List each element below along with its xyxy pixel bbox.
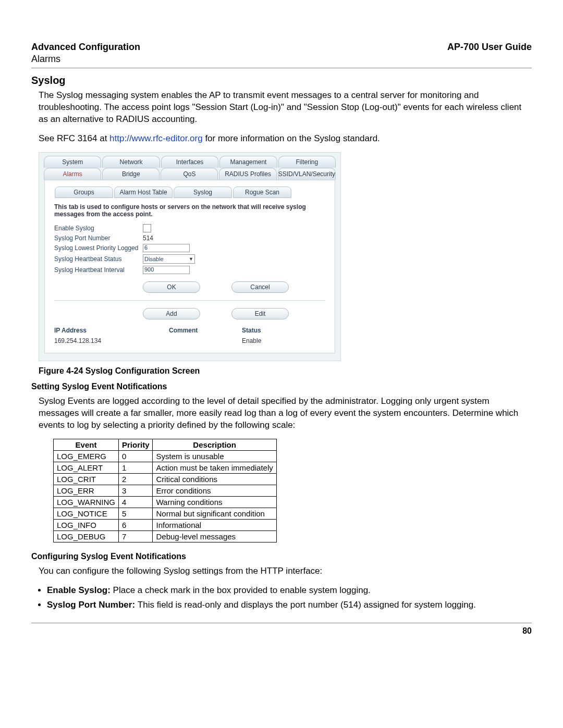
table-cell: LOG_EMERG: [54, 450, 119, 462]
cancel-button[interactable]: Cancel: [231, 281, 289, 293]
table-cell: 6: [118, 519, 153, 530]
table-cell: LOG_CRIT: [54, 473, 119, 485]
tab-qos[interactable]: QoS: [161, 168, 218, 180]
rfc-pre: See RFC 3164 at: [39, 133, 109, 143]
hostrow-status: Enable: [242, 337, 304, 344]
tab-bridge[interactable]: Bridge: [102, 168, 160, 180]
hosthdr-status: Status: [242, 327, 304, 334]
subhead-setting: Setting Syslog Event Notifications: [31, 382, 532, 391]
subtab-alarmhost[interactable]: Alarm Host Table: [114, 187, 173, 198]
table-cell: LOG_DEBUG: [54, 530, 119, 542]
tab-filtering[interactable]: Filtering: [278, 156, 336, 168]
hbint-field[interactable]: 900: [143, 266, 190, 274]
table-cell: LOG_WARNING: [54, 496, 119, 508]
table-cell: Critical conditions: [153, 473, 276, 485]
tab-radius[interactable]: RADIUS Profiles: [219, 168, 276, 180]
port-label: Syslog Port Number: [54, 235, 143, 242]
header-rule: [31, 68, 532, 68]
priority-table: Event Priority Description LOG_EMERG0Sys…: [53, 439, 277, 542]
table-cell: LOG_ERR: [54, 485, 119, 496]
table-cell: Debug-level messages: [153, 530, 276, 542]
table-cell: 4: [118, 496, 153, 508]
paragraph-rfc: See RFC 3164 at http://www.rfc-editor.or…: [39, 133, 532, 145]
table-cell: System is unusable: [153, 450, 276, 462]
section-title: Syslog: [31, 75, 532, 87]
table-cell: LOG_ALERT: [54, 462, 119, 473]
hbstatus-label: Syslog Heartbeat Status: [54, 255, 143, 263]
tab-network[interactable]: Network: [102, 156, 160, 168]
port-value: 514: [143, 235, 153, 242]
rfc-post: for more information on the Syslog stand…: [203, 133, 380, 143]
table-cell: 5: [118, 508, 153, 519]
table-cell: Action must be taken immediately: [153, 462, 276, 473]
tab-management[interactable]: Management: [219, 156, 277, 168]
tab-alarms[interactable]: Alarms: [44, 168, 101, 180]
table-cell: 7: [118, 530, 153, 542]
table-cell: 0: [118, 450, 153, 462]
subtab-syslog[interactable]: Syslog: [174, 187, 232, 198]
divider: [54, 300, 325, 301]
tab-interfaces[interactable]: Interfaces: [161, 156, 218, 168]
pri-h-priority: Priority: [118, 439, 153, 450]
paragraph-intro: The Syslog messaging system enables the …: [39, 90, 532, 126]
figure-caption: Figure 4-24 Syslog Configuration Screen: [39, 366, 532, 376]
table-cell: LOG_NOTICE: [54, 508, 119, 519]
paragraph-config: You can configure the following Syslog s…: [39, 565, 532, 577]
hosthdr-comment: Comment: [169, 327, 242, 334]
subhead-config: Configuring Syslog Event Notifications: [31, 552, 532, 561]
header-sub: Alarms: [31, 54, 532, 65]
list-item: Syslog Port Number: This field is read-o…: [47, 599, 532, 611]
table-cell: Normal but significant condition: [153, 508, 276, 519]
list-item: Enable Syslog: Place a check mark in the…: [47, 585, 532, 597]
edit-button[interactable]: Edit: [231, 308, 289, 319]
table-cell: 2: [118, 473, 153, 485]
header-right: AP-700 User Guide: [447, 42, 532, 53]
priority-field[interactable]: 6: [143, 244, 190, 252]
bullet-list: Enable Syslog: Place a check mark in the…: [47, 585, 532, 612]
hbstatus-value: Disable: [144, 256, 164, 262]
table-cell: Error conditions: [153, 485, 276, 496]
rfc-link[interactable]: http://www.rfc-editor.org: [109, 133, 203, 143]
paragraph-events: Syslog Events are logged according to th…: [39, 396, 532, 431]
table-cell: 1: [118, 462, 153, 473]
hbstatus-select[interactable]: Disable ▼: [143, 254, 195, 264]
table-cell: LOG_INFO: [54, 519, 119, 530]
page-number: 80: [31, 626, 532, 636]
add-button[interactable]: Add: [143, 308, 200, 319]
tab-system[interactable]: System: [44, 156, 101, 168]
panel-description: This tab is used to configure hosts or s…: [54, 203, 325, 218]
subtab-groups[interactable]: Groups: [55, 187, 113, 198]
subtab-roguescan[interactable]: Rogue Scan: [233, 187, 291, 198]
table-cell: Informational: [153, 519, 276, 530]
pri-h-desc: Description: [153, 439, 276, 450]
ok-button[interactable]: OK: [143, 281, 200, 293]
priority-label: Syslog Lowest Priority Logged: [54, 244, 143, 252]
pri-h-event: Event: [54, 439, 119, 450]
hostrow-comment: [169, 337, 242, 344]
table-cell: Warning conditions: [153, 496, 276, 508]
hosthdr-ip: IP Address: [54, 327, 169, 334]
footer-rule: [31, 623, 532, 623]
enable-syslog-label: Enable Syslog: [54, 225, 143, 232]
config-screenshot: System Network Interfaces Management Fil…: [39, 152, 341, 361]
hbint-label: Syslog Heartbeat Interval: [54, 266, 143, 274]
header-left: Advanced Configuration: [31, 42, 140, 53]
enable-syslog-checkbox[interactable]: [143, 224, 151, 232]
tab-ssid[interactable]: SSID/VLAN/Security: [278, 168, 336, 180]
hostrow-ip: 169.254.128.134: [54, 337, 169, 344]
table-cell: 3: [118, 485, 153, 496]
chevron-down-icon: ▼: [189, 256, 193, 262]
